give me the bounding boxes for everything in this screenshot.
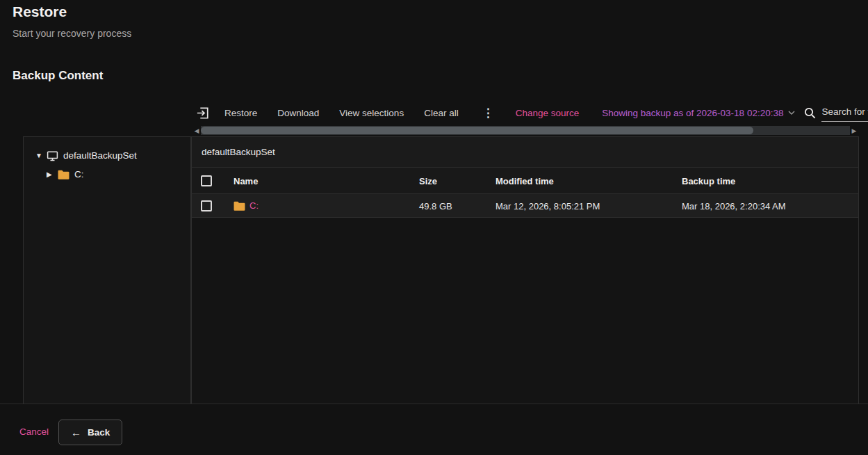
showing-backup-dropdown[interactable]: Showing backup as of 2026-03-18 02:20:38 xyxy=(602,108,795,118)
restore-to-icon[interactable] xyxy=(197,106,209,119)
back-button-label: Back xyxy=(88,427,110,438)
row-checkbox[interactable] xyxy=(201,200,212,211)
page-title: Restore xyxy=(13,3,67,20)
column-header-name[interactable]: Name xyxy=(234,175,258,186)
tree-item-label: C: xyxy=(74,169,84,179)
folder-icon xyxy=(58,169,69,180)
scroll-left-icon[interactable]: ◀ xyxy=(193,126,201,135)
kebab-menu-icon[interactable]: ⋮ xyxy=(482,106,494,120)
caret-right-icon[interactable]: ▶ xyxy=(47,170,58,178)
horizontal-scrollbar: ◀ ▶ xyxy=(193,126,858,135)
caret-down-icon[interactable]: ▼ xyxy=(35,152,47,159)
backup-content-tree: ▼ defaultBackupSet ▶ C: xyxy=(23,136,191,404)
row-modified-time: Mar 12, 2026, 8:05:21 PM xyxy=(496,200,600,211)
search-icon xyxy=(804,107,816,119)
scrollbar-track[interactable] xyxy=(201,126,850,135)
backup-content-grid: defaultBackupSet Name Size Modified time… xyxy=(191,136,859,404)
scroll-right-icon[interactable]: ▶ xyxy=(850,126,858,135)
toolbar-download-button[interactable]: Download xyxy=(277,108,319,118)
toolbar-view-selections-button[interactable]: View selections xyxy=(339,108,404,118)
change-source-button[interactable]: Change source xyxy=(516,108,580,118)
back-button[interactable]: ← Back xyxy=(58,420,122,445)
grid-toolbar: Restore Download View selections Clear a… xyxy=(197,103,868,122)
search-input[interactable] xyxy=(821,104,868,122)
row-backup-time: Mar 18, 2026, 2:20:34 AM xyxy=(682,200,786,211)
footer-bar: Cancel ← Back xyxy=(0,404,868,455)
chevron-down-icon xyxy=(788,111,795,115)
column-header-backup[interactable]: Backup time xyxy=(682,175,735,186)
tree-item-label: defaultBackupSet xyxy=(63,150,137,161)
scrollbar-thumb[interactable] xyxy=(201,127,753,134)
toolbar-restore-button[interactable]: Restore xyxy=(224,108,257,118)
grid-header-row: Name Size Modified time Backup time xyxy=(192,168,858,194)
computer-icon xyxy=(47,150,58,161)
row-size: 49.8 GB xyxy=(419,200,452,211)
select-all-checkbox[interactable] xyxy=(201,175,212,186)
row-name-link[interactable]: C: xyxy=(249,200,259,211)
section-title-backup-content: Backup Content xyxy=(13,69,103,83)
folder-icon xyxy=(234,200,245,211)
showing-backup-label: Showing backup as of 2026-03-18 02:20:38 xyxy=(602,108,783,118)
page-subtitle: Start your recovery process xyxy=(13,28,131,39)
tree-item-c-drive[interactable]: ▶ C: xyxy=(24,165,190,184)
grid-panel-title-label: defaultBackupSet xyxy=(202,147,275,157)
column-header-size[interactable]: Size xyxy=(419,175,437,186)
toolbar-clear-all-button[interactable]: Clear all xyxy=(424,108,459,118)
tree-item-defaultbackupset[interactable]: ▼ defaultBackupSet xyxy=(24,146,190,165)
column-header-modified[interactable]: Modified time xyxy=(496,175,554,186)
cancel-button[interactable]: Cancel xyxy=(19,426,49,437)
search-box xyxy=(804,104,868,122)
grid-panel-title: defaultBackupSet xyxy=(192,137,858,168)
table-row: C: 49.8 GB Mar 12, 2026, 8:05:21 PM Mar … xyxy=(192,194,858,218)
back-arrow-icon: ← xyxy=(71,426,81,438)
